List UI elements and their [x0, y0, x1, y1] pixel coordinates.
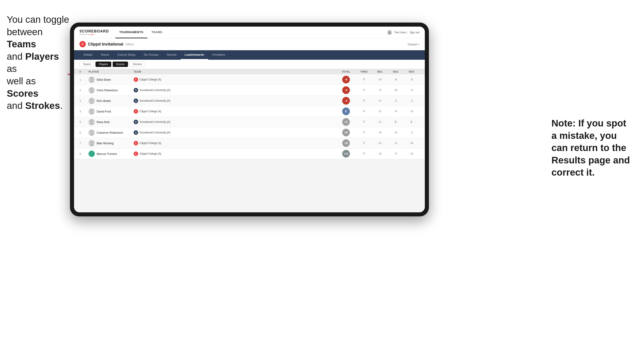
annotation-right: Note: If you spot a mistake, you can ret… [552, 117, 637, 179]
rd3-value: -5 [404, 78, 420, 81]
rd1-value: +5 [372, 131, 388, 134]
toggle-strokes-button[interactable]: Strokes [129, 62, 145, 67]
team-name: Clippd College [A] [140, 142, 161, 145]
col-player: PLAYER [88, 70, 134, 73]
player-cell: Rees Britt [88, 119, 134, 125]
player-name: Elliot Ebert [96, 78, 111, 81]
team-name: Clippd College [A] [140, 78, 161, 81]
score-badge: +1 [342, 118, 350, 126]
leaderboard-table: # PLAYER TEAM TOTAL THRU RD1 RD2 RD3 1 E… [74, 69, 425, 212]
tab-results[interactable]: Results [163, 50, 180, 60]
team-cell: C Clippd College [A] [134, 141, 336, 145]
player-cell: Elliot Ebert [88, 76, 134, 83]
tab-printables[interactable]: Printables [208, 50, 229, 60]
rd2-value: +5 [388, 89, 404, 92]
tab-leaderboards[interactable]: Leaderboards [180, 50, 208, 60]
team-logo: C [134, 77, 138, 82]
avatar [88, 98, 95, 104]
toggle-players-button[interactable]: Players [96, 62, 111, 67]
table-row[interactable]: 5 Rees Britt S Scoreboard University [A]… [74, 117, 425, 127]
table-row[interactable]: 4 David Ford C Clippd College [A] E F +1… [74, 106, 425, 117]
svg-point-13 [90, 130, 93, 133]
top-nav: SCOREBOARD Powered by clippd TOURNAMENTS… [74, 27, 425, 38]
rd1-value: +2 [372, 142, 388, 145]
rd1-value: +1 [372, 120, 388, 124]
table-row[interactable]: 3 Rich Butler S Scoreboard University [A… [74, 96, 425, 106]
toggle-row: Teams Players Scores Strokes [74, 60, 425, 69]
tab-details[interactable]: Details [80, 50, 96, 60]
svg-point-14 [90, 134, 94, 136]
tournament-header: C Clippd Invitational (Men) Cancel × [74, 38, 425, 50]
table-row[interactable]: 2 Chris Robertson S Scoreboard Universit… [74, 85, 425, 96]
thru-value: F [356, 89, 372, 92]
avatar [88, 129, 95, 136]
avatar [88, 76, 95, 83]
player-name: Marcus Turners [96, 152, 117, 156]
logo-title: SCOREBOARD [80, 29, 109, 33]
svg-point-16 [90, 144, 94, 146]
user-name: Test User | [394, 31, 407, 34]
tournament-logo: C [80, 41, 86, 47]
col-pos: # [80, 70, 88, 73]
score-badge: +6 [342, 129, 350, 136]
row-pos: 1 [80, 78, 88, 81]
tablet-frame: SCOREBOARD Powered by clippd TOURNAMENTS… [70, 22, 429, 216]
table-row[interactable]: 1 Elliot Ebert C Clippd College [A] -8 F… [74, 74, 425, 85]
tab-course-setup[interactable]: Course Setup [113, 50, 140, 60]
player-cell: Blair McHarg [88, 140, 134, 146]
team-name: Clippd College [A] [140, 110, 161, 113]
svg-point-10 [90, 113, 94, 115]
player-name: Chris Robertson [96, 89, 118, 92]
rd2-value: +1 [388, 142, 404, 145]
nav-items: TOURNAMENTS TEAMS [115, 27, 387, 38]
svg-point-5 [90, 88, 93, 91]
col-thru: THRU [356, 70, 372, 73]
table-row[interactable]: 6 Cameron Robertson S Scoreboard Univers… [74, 127, 425, 138]
tab-tee-groups[interactable]: Tee Groups [140, 50, 163, 60]
rd3-value: +6 [404, 142, 420, 145]
nav-item-teams[interactable]: TEAMS [148, 27, 166, 38]
rd3-value: +2 [404, 152, 420, 155]
team-cell: C Clippd College [A] [134, 152, 336, 156]
tournament-name: Clippd Invitational [88, 42, 123, 47]
scoreboard-logo: SCOREBOARD Powered by clippd [80, 29, 109, 35]
rd3-value: -4 [404, 89, 420, 92]
logo-subtitle: Powered by clippd [80, 33, 109, 35]
score-badge: -4 [342, 86, 350, 94]
toggle-teams-button[interactable]: Teams [80, 62, 94, 67]
rd1-value: -5 [372, 89, 388, 92]
rd3-value: -1 [404, 99, 420, 102]
team-cell: S Scoreboard University [A] [134, 120, 336, 124]
rd3-value: -1 [404, 131, 420, 134]
team-name: Scoreboard University [A] [140, 131, 170, 134]
score-badge: +11 [342, 150, 350, 158]
player-cell: Rich Butler [88, 98, 134, 104]
rd2-value: -6 [388, 78, 404, 81]
svg-point-6 [90, 91, 94, 93]
row-pos: 2 [80, 89, 88, 92]
player-cell: Cameron Robertson [88, 129, 134, 136]
svg-point-3 [90, 77, 93, 80]
sign-out-link[interactable]: Sign out [410, 31, 420, 34]
row-pos: 6 [80, 131, 88, 134]
col-total: TOTAL [336, 70, 356, 73]
score-badge: -2 [342, 97, 350, 105]
table-row[interactable]: 8 Marcus Turners C Clippd College [A] +1… [74, 149, 425, 159]
thru-value: F [356, 152, 372, 155]
svg-point-9 [90, 109, 93, 112]
nav-item-tournaments[interactable]: TOURNAMENTS [115, 27, 148, 38]
tablet-screen: SCOREBOARD Powered by clippd TOURNAMENTS… [74, 27, 425, 212]
thru-value: F [356, 120, 372, 124]
table-row[interactable]: 7 Blair McHarg C Clippd College [A] +8 F… [74, 138, 425, 149]
tab-teams[interactable]: Teams [96, 50, 113, 60]
player-name: Blair McHarg [96, 142, 114, 145]
player-cell: Chris Robertson [88, 87, 134, 93]
team-cell: S Scoreboard University [A] [134, 88, 336, 92]
team-cell: S Scoreboard University [A] [134, 99, 336, 103]
toggle-scores-button[interactable]: Scores [113, 62, 128, 67]
svg-point-12 [90, 123, 94, 125]
col-rd2: RD2 [388, 70, 404, 73]
cancel-button[interactable]: Cancel × [408, 43, 420, 46]
team-logo: S [134, 88, 138, 92]
thru-value: F [356, 110, 372, 113]
